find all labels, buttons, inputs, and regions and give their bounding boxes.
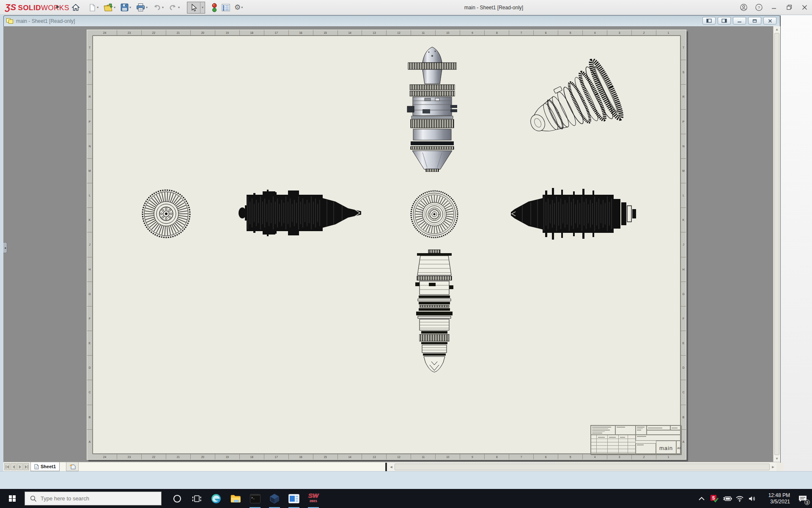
new-dropdown-arrow[interactable]: ▾: [97, 6, 99, 9]
zone-label: G: [681, 282, 686, 306]
save-dropdown-arrow[interactable]: ▾: [129, 6, 131, 9]
zone-label: 24: [93, 454, 117, 459]
drawing-view-left-side[interactable]: [237, 185, 362, 240]
start-button[interactable]: [0, 489, 25, 508]
feature-panel-collapse-arrow[interactable]: ◂: [3, 242, 7, 253]
drawing-view-rear[interactable]: [409, 189, 460, 239]
subtitle-cell: [647, 430, 682, 435]
print-dropdown-arrow[interactable]: ▾: [146, 6, 148, 9]
taskbar-clock[interactable]: 12:48 PM 3/5/2021: [762, 492, 790, 505]
revision-table: [591, 435, 636, 455]
scroll-right-arrow[interactable]: ►: [770, 463, 776, 471]
zone-label: 16: [288, 454, 313, 459]
add-sheet-button[interactable]: [66, 462, 79, 471]
zone-label: K: [681, 207, 686, 232]
drawing-title-cell: main: [656, 441, 676, 455]
select-tool-button[interactable]: [187, 2, 200, 14]
zone-label: 6: [533, 454, 558, 459]
windows-taskbar: >_ SW2021 S 12:48 PM 3/5/2021: [0, 489, 812, 508]
blue-window-app-button[interactable]: [284, 489, 304, 508]
command-prompt-button[interactable]: >_: [245, 489, 265, 508]
help-button[interactable]: ?: [751, 0, 766, 15]
pane-splitter-handle[interactable]: [385, 463, 387, 471]
battery-tray-icon[interactable]: [721, 489, 733, 508]
new-document-button[interactable]: ▾: [87, 2, 101, 14]
drawing-view-isometric[interactable]: [523, 59, 624, 152]
drawing-view-bottom[interactable]: [409, 249, 460, 375]
save-button[interactable]: ▾: [119, 2, 133, 14]
print-button[interactable]: ▾: [134, 2, 150, 14]
volume-tray-icon[interactable]: [746, 489, 759, 508]
minimize-button[interactable]: [766, 0, 782, 15]
scroll-down-arrow[interactable]: ▼: [774, 456, 780, 462]
select-dropdown-arrow[interactable]: ▾: [200, 2, 205, 13]
first-sheet-button[interactable]: [4, 463, 10, 470]
zone-label: F: [87, 306, 92, 331]
doc-minimize-button[interactable]: [733, 17, 746, 25]
zone-label: 20: [190, 30, 215, 35]
home-button[interactable]: [70, 2, 82, 14]
component-properties-button[interactable]: [220, 2, 232, 14]
properties-list-icon: [221, 3, 230, 12]
vertical-scrollbar[interactable]: ▲ ▼: [773, 26, 780, 462]
title-block[interactable]: main A0: [590, 425, 681, 455]
doc-close-button[interactable]: [763, 17, 776, 25]
restore-button[interactable]: [782, 0, 797, 15]
redo-button[interactable]: ▾: [167, 2, 182, 14]
open-dropdown-arrow[interactable]: ▾: [114, 6, 115, 9]
options-dropdown-arrow[interactable]: ▾: [241, 6, 243, 9]
drawn-by-cell: [636, 443, 656, 455]
previous-sheet-button[interactable]: [11, 463, 16, 470]
open-button[interactable]: ▾: [102, 2, 118, 14]
last-sheet-button[interactable]: [23, 463, 29, 470]
next-sheet-button[interactable]: [17, 463, 23, 470]
edge-button[interactable]: [206, 489, 226, 508]
edrawings-button[interactable]: [265, 489, 284, 508]
options-button[interactable]: ⚙ ▾: [233, 2, 245, 14]
horizontal-scroll-thumb[interactable]: [395, 464, 770, 470]
doc-restore-button[interactable]: [748, 17, 761, 25]
task-view-button[interactable]: [187, 489, 206, 508]
sheet-icon: [34, 464, 39, 469]
zone-label: L: [87, 183, 92, 207]
action-center-button[interactable]: 3: [793, 489, 812, 508]
taskbar-search[interactable]: [25, 491, 162, 505]
search-input[interactable]: [41, 495, 146, 502]
rebuild-button[interactable]: [210, 2, 219, 14]
zone-label: E: [681, 331, 686, 355]
vertical-scroll-thumb[interactable]: [774, 33, 779, 455]
cortana-button[interactable]: [167, 489, 187, 508]
account-button[interactable]: [736, 0, 751, 15]
show-right-pane-button[interactable]: [718, 17, 731, 25]
account-icon: [740, 3, 748, 11]
svg-text:?: ?: [757, 5, 760, 10]
restore-icon: [787, 5, 792, 10]
solidworks-status-tray-icon[interactable]: S: [708, 489, 721, 508]
close-button[interactable]: [797, 0, 812, 15]
drawing-view-right-side[interactable]: [510, 187, 637, 240]
drawing-view-front[interactable]: [141, 188, 192, 240]
wifi-tray-icon[interactable]: [733, 489, 746, 508]
drawing-sheet[interactable]: 242322212019181716151413121110987654321 …: [87, 30, 686, 460]
tab-sheet1[interactable]: Sheet1: [30, 462, 60, 471]
solidworks-taskbar-button[interactable]: SW2021: [304, 489, 323, 508]
hidden-icons-button[interactable]: [695, 489, 708, 508]
undo-button[interactable]: ▾: [151, 2, 166, 14]
system-tray: S 12:48 PM 3/5/2021 3: [695, 489, 812, 508]
zone-label: C: [87, 380, 92, 404]
document-titlebar[interactable]: main - Sheet1 [Read-only]: [3, 15, 780, 26]
zone-corner: [680, 30, 686, 36]
scroll-left-arrow[interactable]: ◄: [388, 463, 395, 471]
drawing-view-top-shaded[interactable]: [406, 46, 459, 172]
logo-flyout-arrow[interactable]: ▶: [56, 4, 60, 9]
show-left-pane-button[interactable]: [702, 17, 716, 25]
drawing-viewport[interactable]: ◂ 24232221201918171615141312111098765432…: [3, 26, 773, 462]
undo-dropdown-arrow[interactable]: ▾: [162, 6, 164, 9]
new-document-icon: [88, 3, 96, 12]
redo-dropdown-arrow[interactable]: ▾: [178, 6, 180, 9]
file-explorer-button[interactable]: [226, 489, 245, 508]
task-pane-collapsed[interactable]: [780, 15, 812, 471]
scroll-up-arrow[interactable]: ▲: [774, 26, 780, 33]
gear-icon: ⚙: [234, 4, 241, 11]
horizontal-scrollbar[interactable]: ◄ ►: [388, 463, 776, 471]
